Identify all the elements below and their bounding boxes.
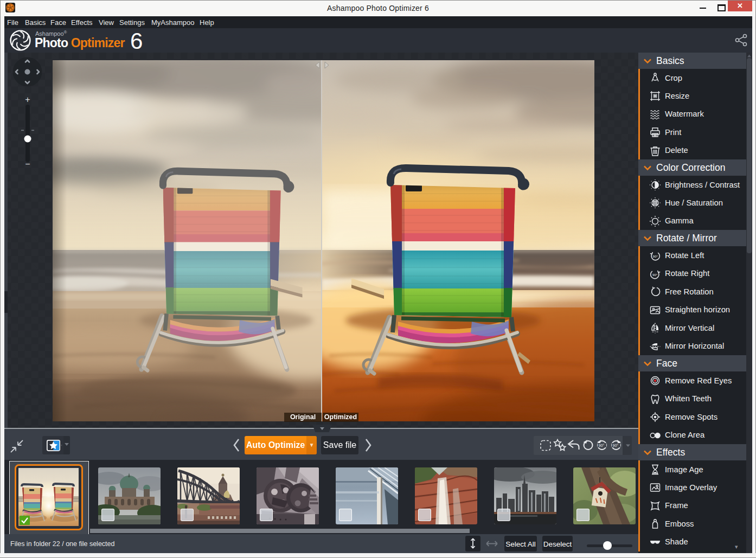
svg-text:90°: 90° (599, 444, 605, 447)
svg-text:+: + (25, 95, 30, 104)
svg-text:−: − (25, 159, 30, 168)
svg-text:90°: 90° (652, 273, 658, 277)
svg-text:90°: 90° (613, 444, 619, 447)
svg-text:90°: 90° (653, 254, 658, 258)
